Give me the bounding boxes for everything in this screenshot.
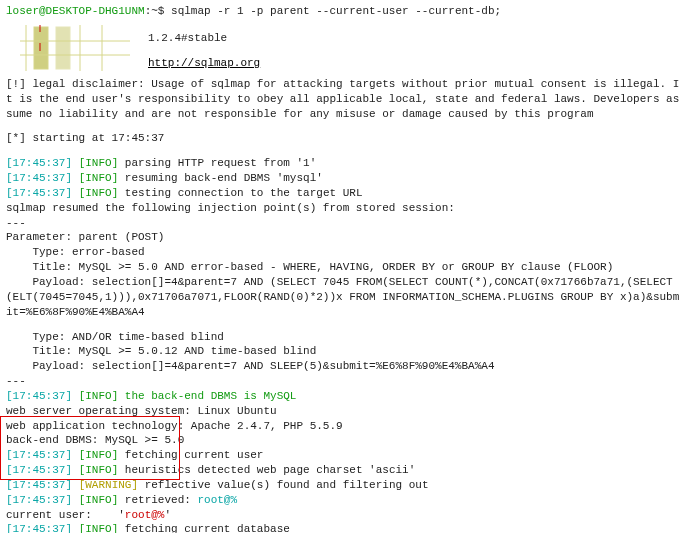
current-user-value: root@% xyxy=(125,509,165,521)
command-line: loser@DESKTOP-DHG1UNM:~$ sqlmap -r 1 -p … xyxy=(6,4,684,19)
type-line: Type: error-based xyxy=(6,245,684,260)
prompt-sep: :~$ xyxy=(145,5,171,17)
legal-disclaimer: [!] legal disclaimer: Usage of sqlmap fo… xyxy=(6,77,684,122)
tech-line: web application technology: Apache 2.4.7… xyxy=(6,419,684,434)
log-warning-line: [17:45:37] [WARNING] reflective value(s)… xyxy=(6,478,684,493)
svg-rect-1 xyxy=(56,27,70,69)
dash-line: --- xyxy=(6,216,684,231)
log-line: [17:45:37] [INFO] fetching current datab… xyxy=(6,522,684,533)
sqlmap-logo-block: 1.2.4#stable http://sqlmap.org xyxy=(20,25,684,71)
sqlmap-ascii-logo xyxy=(20,25,130,71)
title-line: Title: MySQL >= 5.0.12 AND time-based bl… xyxy=(6,344,684,359)
starting-line: [*] starting at 17:45:37 xyxy=(6,131,684,146)
payload-line: Payload: selection[]=4&parent=7 AND SLEE… xyxy=(6,359,684,374)
prompt-user: loser@DESKTOP-DHG1UNM xyxy=(6,5,145,17)
sqlmap-home-link[interactable]: http://sqlmap.org xyxy=(148,56,260,71)
log-line: [17:45:37] [INFO] fetching current user xyxy=(6,448,684,463)
resume-line: sqlmap resumed the following injection p… xyxy=(6,201,684,216)
log-line: [17:45:37] [INFO] heuristics detected we… xyxy=(6,463,684,478)
current-user-line: current user: 'root@%' xyxy=(6,508,684,523)
parameter-line: Parameter: parent (POST) xyxy=(6,230,684,245)
svg-rect-0 xyxy=(34,27,48,69)
typed-command: sqlmap -r 1 -p parent --current-user --c… xyxy=(171,5,501,17)
dbms-line: back-end DBMS: MySQL >= 5.0 xyxy=(6,433,684,448)
log-line: [17:45:37] [INFO] resuming back-end DBMS… xyxy=(6,171,684,186)
version-string: 1.2.4#stable xyxy=(148,31,260,46)
title-line: Title: MySQL >= 5.0 AND error-based - WH… xyxy=(6,260,684,275)
log-line: [17:45:37] [INFO] parsing HTTP request f… xyxy=(6,156,684,171)
log-line: [17:45:37] [INFO] retrieved: root@% xyxy=(6,493,684,508)
os-line: web server operating system: Linux Ubunt… xyxy=(6,404,684,419)
log-line: [17:45:37] [INFO] the back-end DBMS is M… xyxy=(6,389,684,404)
log-line: [17:45:37] [INFO] testing connection to … xyxy=(6,186,684,201)
type-line: Type: AND/OR time-based blind xyxy=(6,330,684,345)
payload-line: Payload: selection[]=4&parent=7 AND (SEL… xyxy=(6,275,684,320)
logo-text-column: 1.2.4#stable http://sqlmap.org xyxy=(148,31,260,71)
dash-line: --- xyxy=(6,374,684,389)
